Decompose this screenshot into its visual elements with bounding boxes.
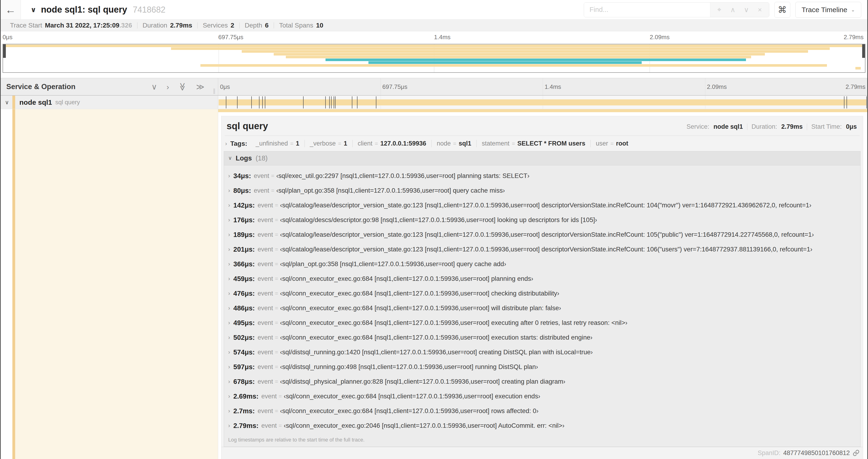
- tags-toggle-row[interactable]: › Tags: _unfinished=1_verbose=1client=12…: [221, 136, 863, 151]
- viewport-scrub-handle-left[interactable]: [3, 44, 6, 58]
- log-field-key: event: [257, 290, 273, 297]
- log-field-key: event: [257, 231, 273, 238]
- log-field-key: event: [257, 363, 273, 371]
- tag-value: 127.0.0.1:59936: [380, 140, 426, 147]
- span-row-name-cell[interactable]: ∨ node sql1 sql query: [1, 96, 218, 109]
- grid-line: [867, 78, 867, 95]
- log-row[interactable]: ›142μs:event=‹sql/catalog/lease/descript…: [224, 198, 860, 213]
- locate-icon: ⌖: [717, 6, 721, 14]
- viewport-scrub-handle-right[interactable]: [862, 44, 865, 58]
- log-row[interactable]: ›34μs:event=‹sql/exec_util.go:2297 [nsql…: [224, 169, 860, 183]
- log-field-equals: =: [275, 364, 278, 370]
- log-row[interactable]: ›201μs:event=‹sql/catalog/lease/descript…: [224, 242, 860, 257]
- log-row[interactable]: ›366μs:event=‹sql/plan_opt.go:358 [nsql1…: [224, 257, 860, 271]
- minimap-canvas[interactable]: [3, 44, 865, 73]
- log-tick-marker: [251, 96, 252, 108]
- timeline-ruler: 0μs697.75μs1.4ms2.09ms2.79ms: [218, 78, 867, 95]
- log-timestamp: 142μs:: [233, 201, 255, 209]
- expand-one-icon[interactable]: ›: [166, 83, 169, 91]
- prev-result-button[interactable]: ∧: [726, 3, 739, 16]
- span-detail-card: sql query Service: node sql1 Duration: 2…: [221, 116, 863, 459]
- title-collapse-icon[interactable]: ∨: [31, 6, 36, 14]
- log-expand-icon: ›: [228, 290, 230, 297]
- tag-key: node: [437, 140, 451, 147]
- trace-title-group: ∨ node sql1: sql query 7418682: [31, 5, 165, 15]
- next-result-button[interactable]: ∨: [740, 3, 753, 16]
- back-button[interactable]: ←: [1, 0, 21, 19]
- logs-toggle-header[interactable]: ∨ Logs (18): [224, 151, 860, 165]
- keyboard-shortcuts-button[interactable]: ⌘: [774, 2, 790, 18]
- log-row[interactable]: ›495μs:event=‹sql/conn_executor_exec.go:…: [224, 316, 860, 330]
- log-field-equals: =: [275, 261, 278, 267]
- log-row[interactable]: ›574μs:event=‹sql/distsql_running.go:142…: [224, 345, 860, 360]
- tags-list: _unfinished=1_verbose=1client=127.0.0.1:…: [251, 140, 633, 147]
- tag-value: 1: [296, 140, 299, 147]
- collapse-all-icon[interactable]: ≫: [179, 83, 187, 91]
- chevron-up-icon: ∧: [730, 6, 736, 14]
- span-bar-cell[interactable]: [218, 96, 867, 109]
- tag-key: client: [358, 140, 372, 147]
- log-field-value: ‹sql/distsql_physical_planner.go:828 [ns…: [280, 378, 565, 385]
- column-resizer-handle[interactable]: ∥: [213, 88, 216, 94]
- log-row[interactable]: ›597μs:event=‹sql/distsql_running.go:498…: [224, 360, 860, 374]
- log-timestamp: 678μs:: [233, 378, 255, 386]
- meta-value-suffix: .326: [120, 22, 132, 29]
- service-operation-header: Service & Operation ∨ › ≫ ≫ ∥: [1, 78, 218, 95]
- log-field-key: event: [257, 261, 273, 268]
- jaeger-trace-page: ← ∨ node sql1: sql query 7418682 ⌖ ∧ ∨ ×…: [0, 0, 868, 459]
- meta-item: Services2: [198, 22, 239, 29]
- log-row[interactable]: ›459μs:event=‹sql/conn_executor_exec.go:…: [224, 271, 860, 286]
- find-input[interactable]: [584, 3, 710, 17]
- log-row[interactable]: ›2.7ms:event=‹sql/conn_executor_exec.go:…: [224, 404, 860, 418]
- tag-equals: =: [338, 140, 341, 147]
- detail-name-column: [1, 109, 218, 459]
- log-field-value: ‹sql/catalog/lease/descriptor_version_st…: [280, 201, 811, 209]
- log-row[interactable]: ›176μs:event=‹sql/catalog/descs/descript…: [224, 213, 860, 227]
- log-timestamp: 34μs:: [233, 172, 251, 180]
- tag-key: _verbose: [310, 140, 336, 147]
- minimap-span-bar: [200, 64, 827, 67]
- minimap-span-bar: [3, 44, 865, 47]
- log-field-equals: =: [279, 393, 282, 399]
- log-row[interactable]: ›189μs:event=‹sql/catalog/lease/descript…: [224, 227, 860, 242]
- tag-value: root: [616, 140, 628, 147]
- log-tick-marker: [376, 96, 376, 108]
- clear-find-button[interactable]: ×: [754, 3, 766, 16]
- deep-link-icon[interactable]: [852, 450, 860, 456]
- meta-item: Trace StartMarch 31 2022, 17:25:09.326: [5, 22, 137, 29]
- command-icon: ⌘: [778, 5, 787, 15]
- log-row[interactable]: ›80μs:event=‹sql/plan_opt.go:358 [nsql1,…: [224, 183, 860, 198]
- log-row[interactable]: ›502μs:event=‹sql/conn_executor_exec.go:…: [224, 330, 860, 345]
- log-row[interactable]: ›2.79ms:event=‹sql/conn_executor_exec.go…: [224, 418, 860, 433]
- log-expand-icon: ›: [228, 408, 230, 414]
- log-timestamp: 176μs:: [233, 216, 255, 224]
- start-time-label: Start Time:: [811, 123, 842, 130]
- log-field-value: ‹sql/conn_executor_exec.go:684 [nsql1,cl…: [280, 290, 559, 297]
- span-collapse-icon[interactable]: ∨: [5, 99, 9, 106]
- detail-row-color-strip: [218, 109, 867, 112]
- log-field-equals: =: [275, 378, 278, 385]
- trace-view-dropdown[interactable]: Trace Timeline ⌄: [796, 2, 861, 18]
- tag-item: node=sql1: [431, 140, 476, 147]
- service-operation-title: Service & Operation: [6, 83, 75, 91]
- logs-section: ∨ Logs (18) ›34μs:event=‹sql/exec_util.g…: [224, 151, 861, 447]
- log-tick-marker: [352, 96, 352, 108]
- minimap-span-bar: [368, 61, 642, 64]
- log-field-equals: =: [275, 408, 278, 414]
- log-row[interactable]: ›2.69ms:event=‹sql/conn_executor_exec.go…: [224, 389, 860, 404]
- locate-button[interactable]: ⌖: [713, 3, 726, 16]
- span-duration-bar: [219, 99, 867, 105]
- log-timestamp: 502μs:: [233, 334, 255, 341]
- log-row[interactable]: ›486μs:event=‹sql/conn_executor_exec.go:…: [224, 301, 860, 316]
- collapse-one-icon[interactable]: ∨: [151, 83, 157, 91]
- expand-all-icon[interactable]: ≫: [196, 83, 205, 91]
- find-box: ⌖ ∧ ∨ ×: [584, 2, 769, 17]
- log-field-value: ‹sql/catalog/lease/descriptor_version_st…: [280, 245, 812, 253]
- log-row[interactable]: ›476μs:event=‹sql/conn_executor_exec.go:…: [224, 286, 860, 301]
- detail-gap: [218, 112, 867, 116]
- log-expand-icon: ›: [228, 305, 230, 312]
- tag-key: user: [596, 140, 608, 147]
- ruler-tick-label: 697.75μs: [218, 34, 244, 41]
- log-row[interactable]: ›678μs:event=‹sql/distsql_physical_plann…: [224, 374, 860, 389]
- ruler-tick-label: 1.4ms: [434, 34, 451, 41]
